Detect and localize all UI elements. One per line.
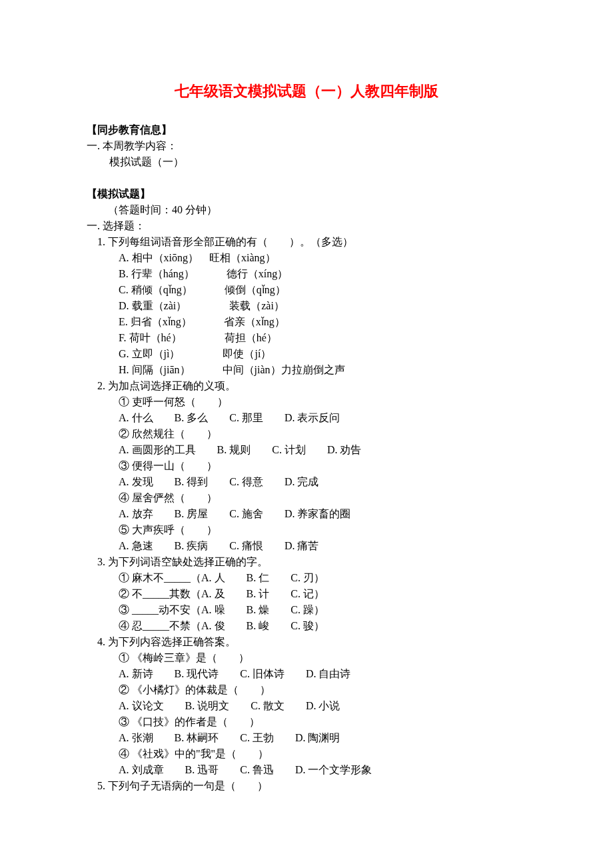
doc-title: 七年级语文模拟试题（一）人教四年制版 bbox=[87, 80, 526, 102]
q1-opt-a: A. 相中（xiōng） 旺相（xiàng） bbox=[87, 250, 526, 266]
q4-sub1-opts: A. 新诗 B. 现代诗 C. 旧体诗 D. 自由诗 bbox=[87, 666, 526, 682]
q1-opt-f: F. 荷叶（hé） 荷担（hé） bbox=[87, 330, 526, 346]
q4-sub4: ④ 《社戏》中的"我"是（ ） bbox=[87, 746, 526, 762]
q2-stem: 2. 为加点词选择正确的义项。 bbox=[87, 378, 526, 394]
q2-sub2: ② 欣然规往（ ） bbox=[87, 426, 526, 442]
q2-sub1-opts: A. 什么 B. 多么 C. 那里 D. 表示反问 bbox=[87, 410, 526, 426]
q3-sub2: ② 不_____其数（A. 及 B. 计 C. 记） bbox=[87, 586, 526, 602]
part-mcq-header: 一. 选择题： bbox=[87, 218, 526, 234]
q4-sub3: ③ 《口技》的作者是（ ） bbox=[87, 714, 526, 730]
q5-stem: 5. 下列句子无语病的一句是（ ） bbox=[87, 778, 526, 794]
q3-sub1: ① 麻木不_____（A. 人 B. 仁 C. 刃） bbox=[87, 570, 526, 586]
q4-sub2: ② 《小橘灯》的体裁是（ ） bbox=[87, 682, 526, 698]
q4-sub1: ① 《梅岭三章》是（ ） bbox=[87, 650, 526, 666]
section-sync-info: 【同步教育信息】 bbox=[87, 122, 526, 138]
q1-opt-e: E. 归省（xǐng） 省亲（xǐng） bbox=[87, 314, 526, 330]
q4-sub4-opts: A. 刘成章 B. 迅哥 C. 鲁迅 D. 一个文学形象 bbox=[87, 762, 526, 778]
q3-sub3: ③ _____动不安（A. 噪 B. 燥 C. 躁） bbox=[87, 602, 526, 618]
q2-sub4: ④ 屋舍俨然（ ） bbox=[87, 490, 526, 506]
time-note: （答题时间：40 分钟） bbox=[87, 202, 526, 218]
q2-sub2-opts: A. 画圆形的工具 B. 规则 C. 计划 D. 劝告 bbox=[87, 442, 526, 458]
weekly-content: 模拟试题（一） bbox=[87, 154, 526, 170]
q3-sub4: ④ 忍_____不禁（A. 俊 B. 峻 C. 骏） bbox=[87, 618, 526, 634]
q1-opt-b: B. 行辈（háng） 德行（xíng） bbox=[87, 266, 526, 282]
q2-sub1: ① 吏呼一何怒（ ） bbox=[87, 394, 526, 410]
q1-opt-h: H. 间隔（jiān） 中间（jiàn）力拉崩倒之声 bbox=[87, 362, 526, 378]
section-mock-exam: 【模拟试题】 bbox=[87, 186, 526, 202]
q3-stem: 3. 为下列词语空缺处选择正确的字。 bbox=[87, 554, 526, 570]
q4-sub3-opts: A. 张潮 B. 林嗣环 C. 王勃 D. 陶渊明 bbox=[87, 730, 526, 746]
q2-sub4-opts: A. 放弃 B. 房屋 C. 施舍 D. 养家畜的圈 bbox=[87, 506, 526, 522]
q2-sub3: ③ 便得一山（ ） bbox=[87, 458, 526, 474]
q2-sub3-opts: A. 发现 B. 得到 C. 得意 D. 完成 bbox=[87, 474, 526, 490]
q1-stem: 1. 下列每组词语音形全部正确的有（ ）。（多选） bbox=[87, 234, 526, 250]
q1-opt-c: C. 稍倾（qǐng） 倾倒（qǐng） bbox=[87, 282, 526, 298]
q1-opt-g: G. 立即（jì） 即使（jí） bbox=[87, 346, 526, 362]
q4-stem: 4. 为下列内容选择正确答案。 bbox=[87, 634, 526, 650]
q1-opt-d: D. 载重（zài） 装载（zài） bbox=[87, 298, 526, 314]
q2-sub5-opts: A. 急速 B. 疾病 C. 痛恨 D. 痛苦 bbox=[87, 538, 526, 554]
q4-sub2-opts: A. 议论文 B. 说明文 C. 散文 D. 小说 bbox=[87, 698, 526, 714]
q2-sub5: ⑤ 大声疾呼（ ） bbox=[87, 522, 526, 538]
weekly-prefix: 一. 本周教学内容： bbox=[87, 138, 526, 154]
